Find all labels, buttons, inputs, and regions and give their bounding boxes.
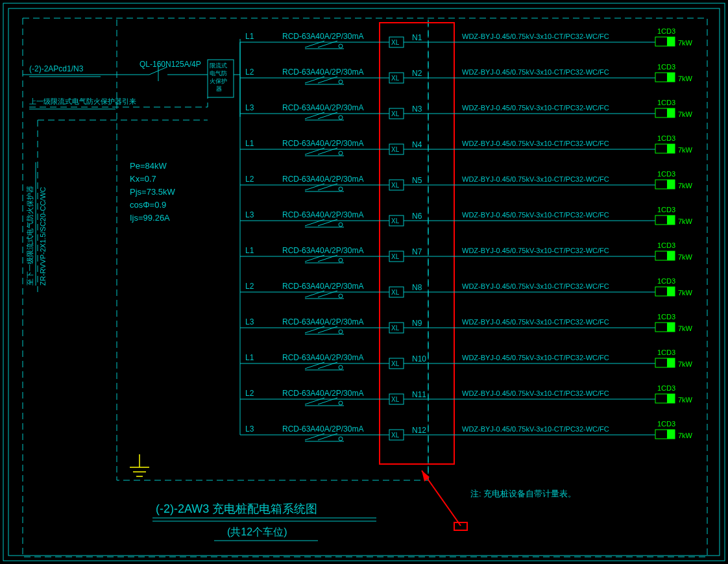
- load-kw: 7kW: [678, 39, 693, 47]
- load-kw: 7kW: [678, 253, 693, 261]
- rcd-label: RCD-63A40A/2P/30mA: [282, 103, 363, 112]
- svg-text:ZR-RVVP-2X1.5/SC20-CC/WC: ZR-RVVP-2X1.5/SC20-CC/WC: [39, 187, 47, 286]
- phase-label: L1: [245, 32, 254, 41]
- svg-point-108: [339, 365, 343, 369]
- cable-label: WDZ-BYJ-0.45/0.75kV-3x10-CT/PC32-WC/FC: [462, 425, 609, 433]
- cable-label: WDZ-BYJ-0.45/0.75kV-3x10-CT/PC32-WC/FC: [462, 175, 609, 183]
- circuit-row: L1RCD-63A40A/2P/30mAXLN4WDZ-BYJ-0.45/0.7…: [240, 134, 693, 156]
- phase-label: L2: [245, 175, 254, 184]
- load-id: 1CD3: [657, 349, 675, 356]
- load-kw: 7kW: [678, 110, 693, 118]
- phase-label: L1: [245, 139, 254, 148]
- phase-label: L3: [245, 317, 254, 326]
- electrical-diagram: (-2)-2APcd1/N3 QL-160N125A/4P 限流式 电气防 火保…: [0, 0, 728, 564]
- svg-text:(共12个车位): (共12个车位): [227, 526, 287, 537]
- svg-point-44: [339, 80, 343, 84]
- svg-point-84: [339, 258, 343, 262]
- n-label: N2: [412, 69, 422, 78]
- load-kw: 7kW: [678, 289, 693, 297]
- svg-text:Kx=0.7: Kx=0.7: [130, 174, 156, 184]
- svg-text:注: 充电桩设备自带计量表。: 注: 充电桩设备自带计量表。: [470, 489, 576, 498]
- xl-box: XL: [391, 182, 400, 189]
- load-id: 1CD3: [657, 134, 675, 142]
- params-block: Pe=84kW Kx=0.7 Pjs=73.5kW cosΦ=0.9 Ijs=9…: [130, 161, 175, 223]
- n-label: N6: [412, 212, 422, 221]
- svg-rect-119: [667, 394, 675, 403]
- load-kw: 7kW: [678, 75, 693, 82]
- circuit-row: L1RCD-63A40A/2P/30mAXLN7WDZ-BYJ-0.45/0.7…: [240, 241, 693, 263]
- phase-label: L1: [245, 246, 254, 255]
- load-kw: 7kW: [678, 396, 693, 404]
- title-block: (-2)-2AW3 充电桩配电箱系统图 (共12个车位): [152, 502, 376, 541]
- rcd-label: RCD-63A40A/2P/30mA: [282, 175, 363, 184]
- load-kw: 7kW: [678, 325, 693, 332]
- svg-point-124: [339, 437, 343, 441]
- xl-box: XL: [391, 75, 400, 82]
- cable-label: WDZ-BYJ-0.45/0.75kV-3x10-CT/PC32-WC/FC: [462, 104, 609, 112]
- svg-line-135: [422, 471, 461, 526]
- svg-text:Pjs=73.5kW: Pjs=73.5kW: [130, 187, 175, 197]
- load-kw: 7kW: [678, 360, 693, 368]
- xl-box: XL: [391, 396, 400, 403]
- svg-rect-0: [3, 3, 725, 561]
- rcd-label: RCD-63A40A/2P/30mA: [282, 210, 363, 219]
- rcd-label: RCD-63A40A/2P/30mA: [282, 424, 363, 434]
- cable-label: WDZ-BYJ-0.45/0.75kV-3x10-CT/PC32-WC/FC: [462, 68, 609, 76]
- circuit-row: L1RCD-63A40A/2P/30mAXLN10WDZ-BYJ-0.45/0.…: [240, 349, 693, 370]
- svg-rect-95: [667, 287, 675, 296]
- xl-box: XL: [391, 253, 400, 260]
- rcd-label: RCD-63A40A/2P/30mA: [282, 246, 363, 255]
- svg-point-100: [339, 330, 343, 334]
- load-id: 1CD3: [657, 241, 675, 249]
- circuit-row: L2RCD-63A40A/2P/30mAXLN8WDZ-BYJ-0.45/0.7…: [240, 277, 693, 299]
- rcd-label: RCD-63A40A/2P/30mA: [282, 353, 363, 362]
- load-id: 1CD3: [657, 63, 675, 71]
- svg-point-92: [339, 294, 343, 298]
- circuit-row: L2RCD-63A40A/2P/30mAXLN11WDZ-BYJ-0.45/0.…: [240, 384, 693, 406]
- phase-label: L2: [245, 389, 254, 398]
- n-label: N3: [412, 104, 422, 114]
- circuit-row: L3RCD-63A40A/2P/30mAXLN9WDZ-BYJ-0.45/0.7…: [240, 313, 693, 334]
- xl-box: XL: [391, 39, 400, 46]
- xl-box: XL: [391, 289, 400, 296]
- svg-rect-127: [667, 430, 675, 439]
- circuit-row: L3RCD-63A40A/2P/30mAXLN6WDZ-BYJ-0.45/0.7…: [240, 206, 693, 227]
- n-label: N1: [412, 33, 422, 42]
- svg-text:上一级限流式电气防火保护器引来: 上一级限流式电气防火保护器引来: [29, 97, 136, 105]
- fire-device-block: 限流式 电气防 火保护 器: [208, 60, 234, 97]
- svg-text:(-2)-2AW3 充电桩配电箱系统图: (-2)-2AW3 充电桩配电箱系统图: [156, 502, 317, 515]
- xl-box: XL: [391, 217, 400, 225]
- svg-rect-39: [667, 37, 675, 46]
- circuit-row: L2RCD-63A40A/2P/30mAXLN2WDZ-BYJ-0.45/0.7…: [240, 63, 693, 84]
- phase-label: L1: [245, 353, 254, 362]
- load-id: 1CD3: [657, 384, 675, 392]
- cable-label: WDZ-BYJ-0.45/0.75kV-3x10-CT/PC32-WC/FC: [462, 282, 609, 290]
- load-kw: 7kW: [678, 432, 693, 439]
- main-breaker: QL-160N125A/4P: [117, 60, 208, 81]
- cable-label: WDZ-BYJ-0.45/0.75kV-3x10-CT/PC32-WC/FC: [462, 32, 609, 40]
- load-kw: 7kW: [678, 182, 693, 190]
- circuit-row: L3RCD-63A40A/2P/30mAXLN12WDZ-BYJ-0.45/0.…: [240, 420, 693, 441]
- svg-text:火保护: 火保护: [210, 78, 227, 84]
- phase-label: L3: [245, 210, 254, 219]
- svg-rect-87: [667, 251, 675, 260]
- svg-rect-111: [667, 358, 675, 367]
- n-label: N7: [412, 247, 422, 256]
- load-kw: 7kW: [678, 146, 693, 154]
- xl-box: XL: [391, 432, 400, 439]
- incoming-source: (-2)-2APcd1/N3: [29, 64, 84, 73]
- svg-text:cosΦ=0.9: cosΦ=0.9: [130, 200, 166, 210]
- cable-label: WDZ-BYJ-0.45/0.75kV-3x10-CT/PC32-WC/FC: [462, 354, 609, 362]
- panel-dashed-box: [117, 19, 428, 480]
- n-label: N9: [412, 319, 422, 328]
- phase-label: L3: [245, 424, 254, 434]
- svg-text:电气防: 电气防: [210, 70, 227, 77]
- load-id: 1CD3: [657, 277, 675, 285]
- svg-point-52: [339, 116, 343, 119]
- svg-rect-137: [454, 522, 467, 530]
- load-id: 1CD3: [657, 206, 675, 214]
- xl-box: XL: [391, 360, 400, 367]
- circuit-row: L2RCD-63A40A/2P/30mAXLN5WDZ-BYJ-0.45/0.7…: [240, 170, 693, 191]
- n-label: N12: [412, 426, 426, 435]
- phase-label: L3: [245, 103, 254, 112]
